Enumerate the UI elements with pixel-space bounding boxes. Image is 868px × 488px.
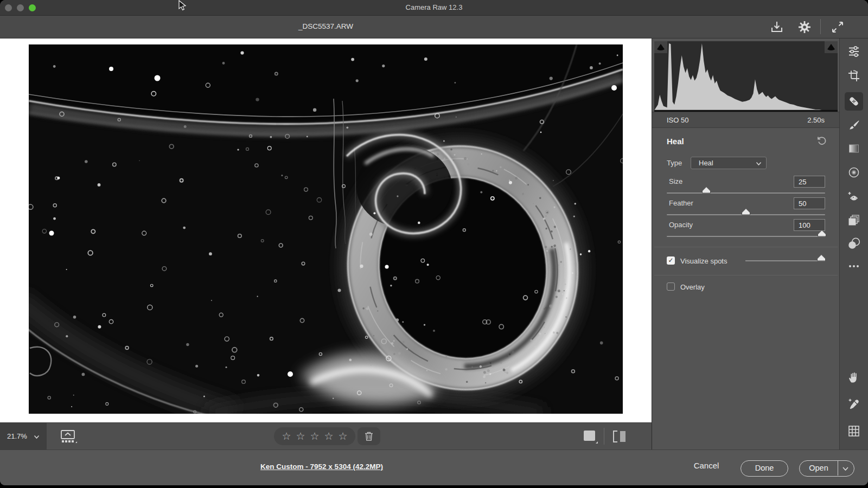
tool-radial-gradient[interactable]	[845, 163, 863, 182]
toggle-fullscreen-icon[interactable]	[831, 20, 845, 34]
preferences-gear-icon[interactable]	[797, 20, 812, 34]
camera-raw-window: Camera Raw 12.3 _DSC5537.ARW	[0, 0, 868, 485]
tool-heal[interactable]	[845, 92, 863, 111]
visualize-spots-label: Visualize spots	[680, 257, 727, 265]
window-title: Camera Raw 12.3	[0, 3, 868, 11]
trash-icon	[364, 431, 374, 441]
size-slider-thumb[interactable]	[702, 187, 711, 194]
shutter-speed-value: 2.50s	[807, 116, 825, 124]
workflow-options-link[interactable]: Ken Custom - 7952 x 5304 (42.2MP)	[260, 463, 383, 471]
chevron-down-icon	[756, 162, 762, 166]
save-image-icon[interactable]	[770, 20, 784, 34]
divider	[654, 247, 838, 247]
toolbar-separator	[604, 428, 604, 445]
zoom-level-dropdown[interactable]: 21.7%	[0, 423, 47, 450]
tool-more[interactable]	[845, 257, 863, 275]
footer-bar: Ken Custom - 7952 x 5304 (42.2MP) Cancel…	[0, 450, 868, 485]
opacity-label: Opacity	[669, 221, 693, 229]
exposure-info-bar: ISO 50 2.50s	[652, 112, 840, 128]
opacity-value: 100	[799, 221, 810, 229]
zoom-level-value: 21.7%	[7, 432, 27, 440]
opacity-slider-thumb[interactable]	[818, 230, 827, 237]
tool-crop[interactable]	[845, 67, 863, 85]
image-canvas-background	[0, 38, 652, 422]
feather-value: 50	[799, 200, 806, 208]
type-label: Type	[667, 159, 682, 167]
tool-red-eye[interactable]	[845, 188, 863, 206]
histogram[interactable]	[654, 41, 838, 112]
feather-value-field[interactable]: 50	[794, 197, 825, 209]
divider	[654, 275, 838, 275]
tool-white-balance-sampler[interactable]	[845, 395, 863, 413]
size-label: Size	[669, 177, 682, 185]
feather-label: Feather	[669, 199, 693, 207]
visualize-spots-slider-thumb[interactable]	[816, 254, 826, 261]
visualize-spots-checkbox[interactable]: ✓	[667, 256, 675, 265]
tool-color-circles[interactable]	[845, 234, 863, 253]
visualize-spots-slider[interactable]	[745, 260, 825, 261]
overlay-checkbox[interactable]	[667, 282, 675, 291]
bottom-toolbar: 21.7% ☆☆☆☆☆	[0, 422, 652, 450]
chevron-down-icon	[34, 435, 40, 439]
filename-label: _DSC5537.ARW	[0, 22, 652, 30]
overlay-label: Overlay	[680, 283, 705, 291]
tool-snapshots[interactable]	[845, 211, 863, 229]
open-button-divider	[838, 461, 838, 476]
star-icon[interactable]: ☆	[339, 431, 348, 441]
feather-slider-thumb[interactable]	[742, 208, 751, 215]
delete-button[interactable]	[358, 427, 380, 445]
done-button[interactable]: Done	[741, 460, 788, 477]
highlight-clipping-indicator[interactable]	[825, 41, 838, 53]
tool-edit-sliders[interactable]	[845, 42, 863, 61]
open-options-chevron-icon[interactable]	[842, 466, 849, 471]
star-icon[interactable]: ☆	[324, 431, 334, 441]
photo-preview[interactable]	[29, 44, 623, 414]
star-icon[interactable]: ☆	[282, 431, 291, 441]
tool-linear-gradient[interactable]	[845, 139, 863, 158]
size-value-field[interactable]: 25	[794, 176, 825, 188]
file-bar: _DSC5537.ARW	[0, 16, 868, 38]
open-button-label: Open	[800, 461, 838, 476]
cancel-button[interactable]: Cancel	[685, 461, 728, 470]
titlebar[interactable]: Camera Raw 12.3	[0, 0, 868, 16]
reset-icon[interactable]	[816, 136, 827, 146]
opacity-slider[interactable]	[667, 236, 825, 237]
filebar-separator	[820, 19, 821, 34]
tool-strip	[839, 38, 868, 450]
star-icon[interactable]: ☆	[310, 431, 319, 441]
toggle-filmstrip-icon[interactable]	[60, 428, 77, 445]
before-after-view-icon[interactable]	[612, 430, 627, 443]
tool-adjustment-brush[interactable]	[845, 116, 863, 134]
star-icon[interactable]: ☆	[296, 431, 305, 441]
single-view-icon[interactable]	[583, 429, 598, 444]
tool-grid-overlay[interactable]	[845, 422, 863, 440]
type-dropdown[interactable]: Heal	[691, 157, 767, 169]
iso-value: ISO 50	[667, 116, 688, 124]
edit-panel: ISO 50 2.50s Heal Type Heal Size 25 Feat…	[652, 38, 839, 450]
size-slider[interactable]	[667, 192, 825, 194]
mouse-cursor	[178, 0, 187, 12]
star-rating-control: ☆☆☆☆☆	[274, 427, 355, 445]
tool-hand[interactable]	[845, 368, 863, 387]
shadow-clipping-indicator[interactable]	[654, 41, 667, 53]
size-value: 25	[799, 178, 806, 186]
open-button[interactable]: Open	[799, 460, 854, 477]
type-dropdown-value: Heal	[699, 159, 713, 167]
feather-slider[interactable]	[667, 214, 825, 215]
heal-panel-title: Heal	[667, 137, 684, 146]
opacity-value-field[interactable]: 100	[794, 219, 825, 231]
